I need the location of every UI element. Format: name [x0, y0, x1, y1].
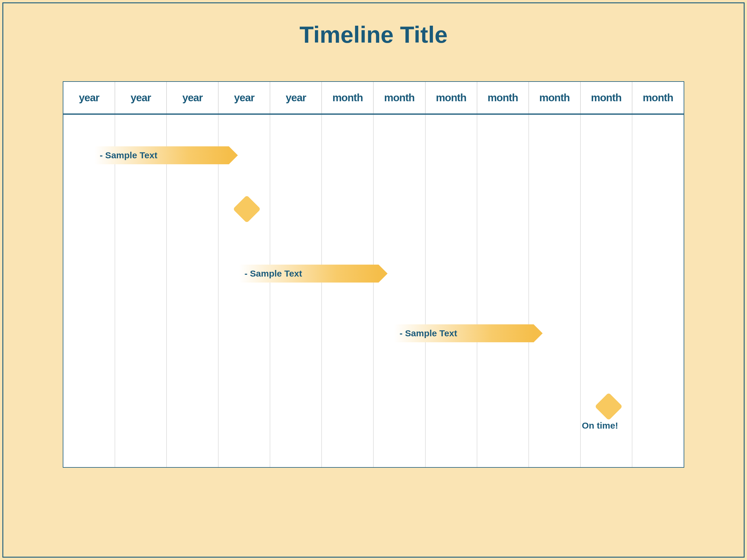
- timeline-header-cell: year: [63, 82, 115, 113]
- timeline-header: yearyearyearyearyearmonthmonthmonthmonth…: [63, 82, 684, 115]
- timeline-header-cell: year: [115, 82, 167, 113]
- timeline-body: - Sample Text- Sample Text- Sample TextO…: [63, 115, 684, 467]
- timeline-header-cell: month: [477, 82, 529, 113]
- timeline-header-cell: year: [270, 82, 322, 113]
- page-title: Timeline Title: [15, 21, 732, 48]
- timeline-header-cell: month: [426, 82, 477, 113]
- timeline-bar-label: - Sample Text: [100, 150, 157, 160]
- timeline-header-cell: month: [529, 82, 581, 113]
- timeline-header-cell: month: [632, 82, 684, 113]
- timeline-overlay: - Sample Text- Sample Text- Sample TextO…: [63, 115, 684, 467]
- milestone-label: On time!: [582, 421, 618, 431]
- timeline-header-cell: year: [218, 82, 270, 113]
- timeline-bar: - Sample Text: [394, 324, 534, 342]
- timeline-header-cell: month: [374, 82, 425, 113]
- timeline-bar-label: - Sample Text: [400, 328, 457, 338]
- timeline-chart: yearyearyearyearyearmonthmonthmonthmonth…: [63, 81, 684, 468]
- timeline-bar: - Sample Text: [239, 265, 379, 283]
- milestone-diamond-icon: [233, 195, 261, 223]
- milestone-diamond-icon: [595, 393, 622, 420]
- timeline-header-cell: month: [322, 82, 374, 113]
- timeline-header-cell: year: [167, 82, 218, 113]
- timeline-bar: - Sample Text: [95, 146, 229, 164]
- slide-frame: Timeline Title yearyearyearyearyearmonth…: [2, 2, 745, 558]
- timeline-bar-label: - Sample Text: [244, 268, 302, 279]
- timeline-header-cell: month: [581, 82, 632, 113]
